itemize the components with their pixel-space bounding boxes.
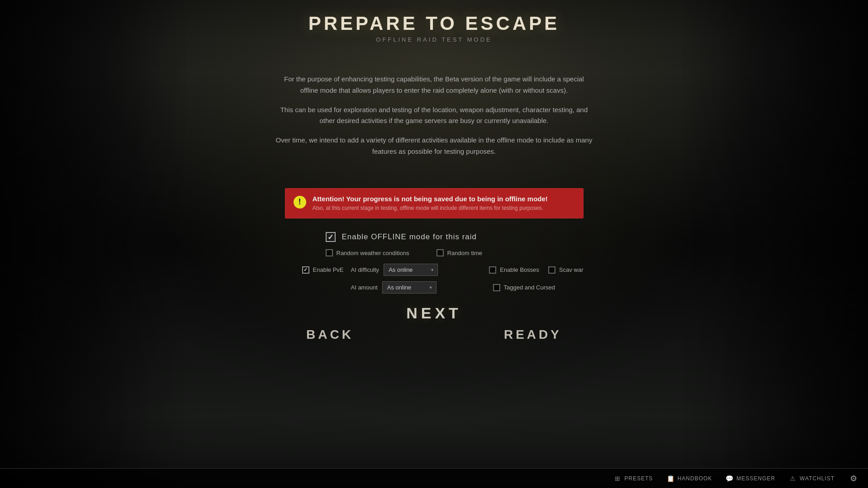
back-ready-row: BACK READY: [299, 326, 569, 344]
enable-pve-checkbox[interactable]: [302, 266, 309, 274]
watchlist-button[interactable]: ⚠ WATCHLIST: [789, 474, 835, 483]
messenger-button[interactable]: 💬 MESSENGER: [726, 474, 775, 483]
presets-button[interactable]: ⊞ PRESETS: [614, 474, 653, 483]
offline-mode-label: Enable OFFLINE mode for this raid: [342, 232, 477, 242]
ai-difficulty-label: AI difficulty: [351, 266, 379, 273]
ai-difficulty-group: AI difficulty As online Easy Normal Hard…: [351, 264, 482, 276]
ready-button[interactable]: READY: [497, 326, 569, 344]
presets-label: PRESETS: [625, 475, 653, 482]
handbook-button[interactable]: 📋 HANDBOOK: [667, 474, 712, 483]
ai-amount-group: AI amount As online None Low Medium High…: [351, 281, 486, 294]
scav-war-label: Scav war: [559, 266, 583, 273]
pve-difficulty-row: Enable PvE AI difficulty As online Easy …: [285, 264, 583, 276]
amount-tagged-row: AI amount As online None Low Medium High…: [285, 281, 583, 294]
handbook-icon: 📋: [667, 474, 675, 483]
complex-options: Enable PvE AI difficulty As online Easy …: [285, 264, 583, 294]
enable-pve-label: Enable PvE: [313, 266, 344, 273]
ai-difficulty-select[interactable]: As online Easy Normal Hard Impossible: [384, 264, 438, 276]
buttons-section: NEXT BACK READY: [299, 303, 569, 344]
ai-amount-select[interactable]: As online None Low Medium High Horde: [382, 281, 436, 294]
ai-amount-dropdown-wrapper[interactable]: As online None Low Medium High Horde: [382, 281, 436, 294]
warning-banner: ! Attention! Your progress is not being …: [285, 188, 583, 219]
warning-icon: !: [294, 196, 306, 208]
enable-bosses-checkbox[interactable]: [489, 266, 496, 274]
page-subtitle: OFFLINE RAID TEST MODE: [308, 36, 560, 43]
next-button[interactable]: NEXT: [397, 303, 471, 324]
ai-amount-label: AI amount: [351, 284, 378, 291]
warning-title: Attention! Your progress is not being sa…: [313, 195, 575, 203]
description-p1: For the purpose of enhancing testing cap…: [276, 74, 593, 96]
tagged-cursed-item[interactable]: Tagged and Cursed: [493, 284, 555, 291]
offline-mode-row: Enable OFFLINE mode for this raid: [326, 232, 477, 242]
enable-bosses-label: Enable Bosses: [500, 266, 539, 273]
warning-text: Attention! Your progress is not being sa…: [313, 195, 575, 212]
random-time-checkbox[interactable]: [436, 249, 444, 256]
messenger-label: MESSENGER: [736, 475, 775, 482]
settings-button[interactable]: ⚙: [848, 473, 859, 484]
enable-bosses-item[interactable]: Enable Bosses: [489, 266, 539, 274]
random-time-item[interactable]: Random time: [436, 249, 482, 256]
options-section: Enable OFFLINE mode for this raid Random…: [285, 232, 583, 294]
handbook-label: HANDBOOK: [678, 475, 712, 482]
ai-difficulty-dropdown-wrapper[interactable]: As online Easy Normal Hard Impossible: [384, 264, 438, 276]
warning-subtitle: Also, at this current stage in testing, …: [313, 204, 575, 212]
random-time-label: Random time: [447, 250, 482, 256]
scav-war-item[interactable]: Scav war: [548, 266, 583, 274]
tagged-cursed-group: Tagged and Cursed: [493, 284, 583, 291]
description-block: For the purpose of enhancing testing cap…: [276, 74, 593, 166]
offline-mode-checkbox[interactable]: [326, 232, 336, 242]
random-weather-checkbox[interactable]: [326, 249, 333, 256]
messenger-icon: 💬: [726, 474, 734, 483]
watchlist-icon: ⚠: [789, 474, 797, 483]
tagged-cursed-label: Tagged and Cursed: [504, 284, 555, 291]
description-p2: This can be used for exploration and tes…: [276, 104, 593, 127]
sub-options-row: Random weather conditions Random time: [326, 249, 482, 256]
presets-icon: ⊞: [614, 474, 622, 483]
scav-war-checkbox[interactable]: [548, 266, 555, 274]
enable-pve-item[interactable]: Enable PvE: [302, 266, 344, 274]
bottom-bar: ⊞ PRESETS 📋 HANDBOOK 💬 MESSENGER ⚠ WATCH…: [0, 468, 868, 488]
page-header: PREPARE TO ESCAPE OFFLINE RAID TEST MODE: [308, 13, 560, 43]
pve-left: Enable PvE: [285, 266, 344, 274]
random-weather-label: Random weather conditions: [337, 250, 409, 256]
description-p3: Over time, we intend to add a variety of…: [276, 135, 593, 157]
random-weather-item[interactable]: Random weather conditions: [326, 249, 409, 256]
page-title: PREPARE TO ESCAPE: [308, 13, 560, 34]
back-button[interactable]: BACK: [299, 326, 361, 344]
watchlist-label: WATCHLIST: [800, 475, 835, 482]
tagged-cursed-checkbox[interactable]: [493, 284, 500, 291]
bosses-scavwar-group: Enable Bosses Scav war: [489, 266, 583, 274]
